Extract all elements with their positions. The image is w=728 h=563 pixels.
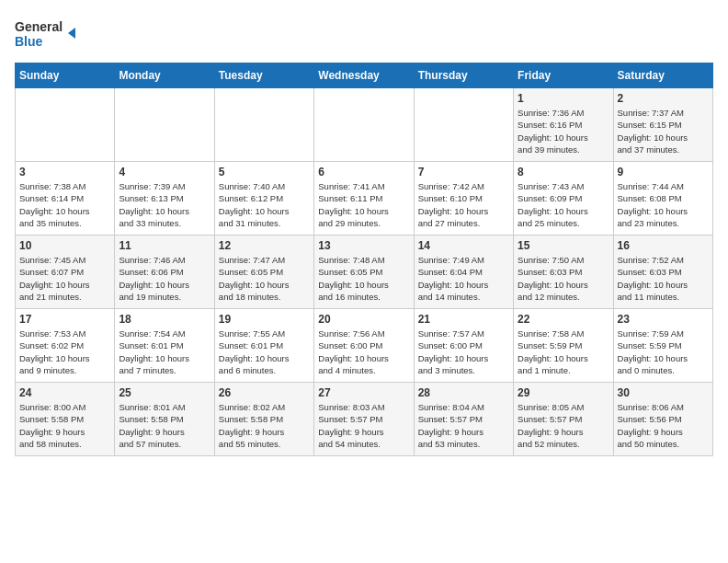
- day-number: 21: [418, 313, 509, 326]
- weekday-header-tuesday: Tuesday: [214, 63, 313, 88]
- calendar-cell: [314, 88, 414, 162]
- day-info: Sunrise: 7:49 AM Sunset: 6:04 PM Dayligh…: [418, 254, 509, 303]
- calendar-body: 1Sunrise: 7:36 AM Sunset: 6:16 PM Daylig…: [16, 88, 713, 456]
- calendar-cell: 23Sunrise: 7:59 AM Sunset: 5:59 PM Dayli…: [613, 309, 712, 383]
- weekday-header-wednesday: Wednesday: [314, 63, 414, 88]
- day-info: Sunrise: 7:39 AM Sunset: 6:13 PM Dayligh…: [119, 180, 210, 229]
- calendar-cell: 29Sunrise: 8:05 AM Sunset: 5:57 PM Dayli…: [514, 383, 613, 456]
- calendar-cell: 20Sunrise: 7:56 AM Sunset: 6:00 PM Dayli…: [314, 309, 414, 383]
- day-number: 26: [219, 386, 310, 399]
- day-number: 5: [219, 166, 310, 178]
- day-info: Sunrise: 8:01 AM Sunset: 5:58 PM Dayligh…: [119, 401, 210, 450]
- calendar-cell: 8Sunrise: 7:43 AM Sunset: 6:09 PM Daylig…: [514, 162, 613, 236]
- day-number: 11: [119, 239, 210, 252]
- day-info: Sunrise: 7:43 AM Sunset: 6:09 PM Dayligh…: [518, 180, 609, 229]
- day-number: 16: [618, 239, 709, 252]
- calendar-week-4: 24Sunrise: 8:00 AM Sunset: 5:58 PM Dayli…: [16, 383, 713, 456]
- day-info: Sunrise: 7:46 AM Sunset: 6:06 PM Dayligh…: [119, 254, 210, 303]
- day-number: 15: [518, 239, 609, 252]
- calendar-cell: 22Sunrise: 7:58 AM Sunset: 5:59 PM Dayli…: [514, 309, 613, 383]
- weekday-header-row: SundayMondayTuesdayWednesdayThursdayFrid…: [16, 63, 713, 88]
- day-info: Sunrise: 8:03 AM Sunset: 5:57 PM Dayligh…: [318, 401, 409, 450]
- page-header: GeneralBlue: [15, 15, 713, 52]
- day-number: 10: [19, 239, 110, 252]
- day-info: Sunrise: 7:41 AM Sunset: 6:11 PM Dayligh…: [318, 180, 409, 229]
- calendar-cell: 1Sunrise: 7:36 AM Sunset: 6:16 PM Daylig…: [514, 88, 613, 162]
- day-info: Sunrise: 7:50 AM Sunset: 6:03 PM Dayligh…: [518, 254, 609, 303]
- day-number: 9: [618, 166, 709, 178]
- calendar-cell: 13Sunrise: 7:48 AM Sunset: 6:05 PM Dayli…: [314, 236, 414, 309]
- day-info: Sunrise: 7:44 AM Sunset: 6:08 PM Dayligh…: [618, 180, 709, 229]
- day-number: 20: [318, 313, 409, 326]
- day-info: Sunrise: 8:06 AM Sunset: 5:56 PM Dayligh…: [618, 401, 709, 450]
- day-info: Sunrise: 8:02 AM Sunset: 5:58 PM Dayligh…: [219, 401, 310, 450]
- day-info: Sunrise: 7:56 AM Sunset: 6:00 PM Dayligh…: [318, 327, 409, 376]
- calendar-cell: [16, 88, 115, 162]
- svg-text:General: General: [15, 19, 63, 34]
- calendar-cell: 7Sunrise: 7:42 AM Sunset: 6:10 PM Daylig…: [414, 162, 513, 236]
- day-number: 17: [19, 313, 110, 326]
- weekday-header-thursday: Thursday: [414, 63, 513, 88]
- calendar-cell: [214, 88, 313, 162]
- day-info: Sunrise: 7:54 AM Sunset: 6:01 PM Dayligh…: [119, 327, 210, 376]
- day-number: 13: [318, 239, 409, 252]
- day-number: 2: [618, 92, 709, 105]
- day-info: Sunrise: 7:59 AM Sunset: 5:59 PM Dayligh…: [618, 327, 709, 376]
- logo-svg: GeneralBlue: [15, 15, 81, 52]
- calendar-cell: [414, 88, 513, 162]
- logo: GeneralBlue: [15, 15, 81, 52]
- day-number: 23: [618, 313, 709, 326]
- calendar-week-0: 1Sunrise: 7:36 AM Sunset: 6:16 PM Daylig…: [16, 88, 713, 162]
- day-info: Sunrise: 7:36 AM Sunset: 6:16 PM Dayligh…: [518, 107, 609, 155]
- calendar-cell: 25Sunrise: 8:01 AM Sunset: 5:58 PM Dayli…: [115, 383, 214, 456]
- day-number: 22: [518, 313, 609, 326]
- day-info: Sunrise: 7:53 AM Sunset: 6:02 PM Dayligh…: [19, 327, 110, 376]
- day-info: Sunrise: 7:57 AM Sunset: 6:00 PM Dayligh…: [418, 327, 509, 376]
- weekday-header-saturday: Saturday: [613, 63, 712, 88]
- day-number: 1: [518, 92, 609, 105]
- calendar-cell: 24Sunrise: 8:00 AM Sunset: 5:58 PM Dayli…: [16, 383, 115, 456]
- weekday-header-friday: Friday: [514, 63, 613, 88]
- calendar-cell: 15Sunrise: 7:50 AM Sunset: 6:03 PM Dayli…: [514, 236, 613, 309]
- calendar-cell: 9Sunrise: 7:44 AM Sunset: 6:08 PM Daylig…: [613, 162, 712, 236]
- day-number: 27: [318, 386, 409, 399]
- day-number: 6: [318, 166, 409, 178]
- calendar-header: SundayMondayTuesdayWednesdayThursdayFrid…: [16, 63, 713, 88]
- weekday-header-sunday: Sunday: [16, 63, 115, 88]
- day-number: 18: [119, 313, 210, 326]
- day-number: 7: [418, 166, 509, 178]
- day-number: 4: [119, 166, 210, 178]
- day-number: 29: [518, 386, 609, 399]
- calendar-cell: 26Sunrise: 8:02 AM Sunset: 5:58 PM Dayli…: [214, 383, 313, 456]
- calendar-cell: [115, 88, 214, 162]
- calendar-cell: 19Sunrise: 7:55 AM Sunset: 6:01 PM Dayli…: [214, 309, 313, 383]
- calendar-week-3: 17Sunrise: 7:53 AM Sunset: 6:02 PM Dayli…: [16, 309, 713, 383]
- calendar-cell: 14Sunrise: 7:49 AM Sunset: 6:04 PM Dayli…: [414, 236, 513, 309]
- calendar-week-1: 3Sunrise: 7:38 AM Sunset: 6:14 PM Daylig…: [16, 162, 713, 236]
- calendar-cell: 5Sunrise: 7:40 AM Sunset: 6:12 PM Daylig…: [214, 162, 313, 236]
- day-info: Sunrise: 7:45 AM Sunset: 6:07 PM Dayligh…: [19, 254, 110, 303]
- day-number: 14: [418, 239, 509, 252]
- day-number: 24: [19, 386, 110, 399]
- svg-text:Blue: Blue: [15, 34, 43, 49]
- day-number: 8: [518, 166, 609, 178]
- day-number: 28: [418, 386, 509, 399]
- svg-marker-2: [68, 28, 75, 39]
- calendar-cell: 10Sunrise: 7:45 AM Sunset: 6:07 PM Dayli…: [16, 236, 115, 309]
- day-info: Sunrise: 7:47 AM Sunset: 6:05 PM Dayligh…: [219, 254, 310, 303]
- calendar-cell: 12Sunrise: 7:47 AM Sunset: 6:05 PM Dayli…: [214, 236, 313, 309]
- day-info: Sunrise: 7:38 AM Sunset: 6:14 PM Dayligh…: [19, 180, 110, 229]
- calendar-cell: 6Sunrise: 7:41 AM Sunset: 6:11 PM Daylig…: [314, 162, 414, 236]
- weekday-header-monday: Monday: [115, 63, 214, 88]
- calendar-cell: 3Sunrise: 7:38 AM Sunset: 6:14 PM Daylig…: [16, 162, 115, 236]
- day-number: 12: [219, 239, 310, 252]
- day-info: Sunrise: 7:42 AM Sunset: 6:10 PM Dayligh…: [418, 180, 509, 229]
- calendar-cell: 28Sunrise: 8:04 AM Sunset: 5:57 PM Dayli…: [414, 383, 513, 456]
- day-info: Sunrise: 7:52 AM Sunset: 6:03 PM Dayligh…: [618, 254, 709, 303]
- day-info: Sunrise: 7:58 AM Sunset: 5:59 PM Dayligh…: [518, 327, 609, 376]
- calendar-cell: 30Sunrise: 8:06 AM Sunset: 5:56 PM Dayli…: [613, 383, 712, 456]
- day-number: 25: [119, 386, 210, 399]
- day-info: Sunrise: 7:37 AM Sunset: 6:15 PM Dayligh…: [618, 107, 709, 155]
- calendar-cell: 4Sunrise: 7:39 AM Sunset: 6:13 PM Daylig…: [115, 162, 214, 236]
- calendar-cell: 17Sunrise: 7:53 AM Sunset: 6:02 PM Dayli…: [16, 309, 115, 383]
